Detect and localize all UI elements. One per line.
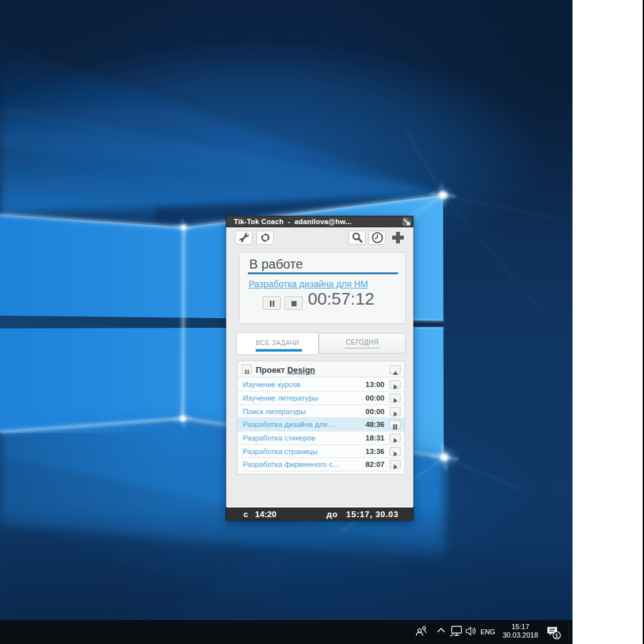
svg-text:1: 1 bbox=[555, 632, 559, 639]
